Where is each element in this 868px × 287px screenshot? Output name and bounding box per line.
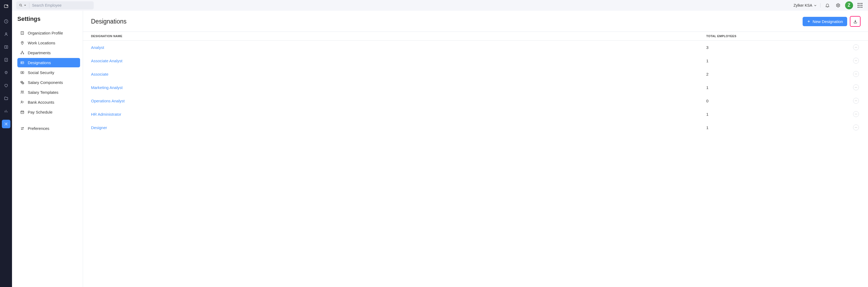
bell-icon <box>825 3 830 8</box>
header-settings-button[interactable] <box>834 2 842 9</box>
nav-rail <box>0 0 12 287</box>
new-designation-label: New Designation <box>813 19 843 24</box>
search-input[interactable] <box>29 3 91 8</box>
employee-count: 3 <box>698 40 845 54</box>
svg-point-13 <box>23 53 24 54</box>
designation-link[interactable]: Marketing Analyst <box>91 85 123 90</box>
settings-item-label: Work Locations <box>28 40 55 45</box>
nav-documents-icon[interactable] <box>2 94 10 103</box>
download-icon <box>853 19 858 24</box>
apps-menu-button[interactable] <box>856 2 864 9</box>
search-group <box>16 1 94 9</box>
settings-item-bank-accounts[interactable]: Bank Accounts <box>17 97 80 107</box>
settings-item-work-locations[interactable]: Work Locations <box>17 38 80 48</box>
svg-point-39 <box>856 101 856 101</box>
designation-link[interactable]: Associate Analyst <box>91 59 123 63</box>
pin-icon <box>20 40 25 45</box>
settings-item-social-security[interactable]: Social Security <box>17 68 80 77</box>
gear-icon <box>836 3 840 8</box>
settings-item-preferences[interactable]: Preferences <box>17 124 80 133</box>
table-row: Associate Analyst1 <box>83 54 868 67</box>
svg-point-18 <box>21 81 23 82</box>
coins-icon <box>20 80 25 85</box>
bank-icon <box>20 100 25 105</box>
nav-payruns-icon[interactable] <box>2 43 10 51</box>
svg-point-34 <box>857 74 857 74</box>
employee-count: 1 <box>698 108 845 121</box>
svg-rect-23 <box>21 111 24 114</box>
settings-item-salary-templates[interactable]: Salary Templates <box>17 88 80 97</box>
svg-point-28 <box>857 47 857 48</box>
row-actions-button[interactable] <box>853 124 859 131</box>
more-horizontal-icon <box>855 126 858 129</box>
new-designation-button[interactable]: New Designation <box>803 17 847 26</box>
nav-employees-icon[interactable] <box>2 30 10 38</box>
org-switcher[interactable]: Zylker KSA <box>794 3 820 7</box>
row-actions-button[interactable] <box>853 111 859 117</box>
settings-item-departments[interactable]: Departments <box>17 48 80 57</box>
designations-table: DESIGNATION NAME TOTAL EMPLOYEES Analyst… <box>83 31 868 134</box>
nav-loans-icon[interactable] <box>2 68 10 77</box>
settings-item-label: Departments <box>28 51 51 55</box>
nav-reports-icon[interactable] <box>2 107 10 115</box>
svg-point-32 <box>855 74 856 74</box>
svg-point-27 <box>856 47 856 48</box>
settings-item-label: Social Security <box>28 70 54 75</box>
row-actions-button[interactable] <box>853 84 859 90</box>
more-horizontal-icon <box>855 86 858 89</box>
svg-point-33 <box>856 74 856 74</box>
svg-point-40 <box>857 101 857 101</box>
designation-link[interactable]: Operations Analyst <box>91 98 125 103</box>
template-icon <box>20 90 25 94</box>
settings-item-pay-schedule[interactable]: Pay Schedule <box>17 108 80 117</box>
row-actions-button[interactable] <box>853 98 859 104</box>
table-row: Analyst3 <box>83 40 868 54</box>
svg-point-41 <box>855 114 856 114</box>
row-actions-button[interactable] <box>853 45 859 50</box>
svg-point-21 <box>23 91 24 92</box>
employee-count: 1 <box>698 81 845 94</box>
svg-point-45 <box>856 127 856 128</box>
more-horizontal-icon <box>855 73 858 76</box>
app-logo-icon[interactable] <box>2 2 10 11</box>
settings-item-designations[interactable]: Designations <box>17 58 80 67</box>
settings-item-label: Pay Schedule <box>28 110 53 114</box>
designation-link[interactable]: Designer <box>91 125 107 130</box>
more-horizontal-icon <box>855 59 858 62</box>
avatar[interactable]: Z <box>845 1 853 9</box>
employee-count: 0 <box>698 94 845 108</box>
search-scope-dropdown[interactable] <box>19 3 29 7</box>
orgtree-icon <box>20 51 25 55</box>
designation-link[interactable]: Analyst <box>91 45 104 50</box>
row-actions-button[interactable] <box>853 71 859 77</box>
search-icon <box>19 3 23 7</box>
nav-approvals-icon[interactable] <box>2 56 10 64</box>
svg-point-10 <box>22 42 23 43</box>
svg-point-17 <box>22 72 23 73</box>
svg-rect-9 <box>21 31 24 34</box>
settings-item-salary-components[interactable]: Salary Components <box>17 78 80 87</box>
employee-count: 1 <box>698 54 845 67</box>
svg-point-37 <box>857 87 857 88</box>
designation-link[interactable]: HR Administrator <box>91 112 121 116</box>
table-row: Associate2 <box>83 67 868 81</box>
nav-settings-icon[interactable] <box>2 120 10 128</box>
notifications-button[interactable] <box>824 2 831 9</box>
topbar: Zylker KSA Z <box>12 0 868 11</box>
nav-dashboard-icon[interactable] <box>2 17 10 26</box>
settings-item-organization-profile[interactable]: Organization Profile <box>17 28 80 38</box>
import-button[interactable] <box>850 16 861 27</box>
svg-point-26 <box>855 47 856 48</box>
svg-point-38 <box>855 101 856 101</box>
row-actions-button[interactable] <box>853 58 859 64</box>
settings-title: Settings <box>17 16 80 23</box>
designation-link[interactable]: Associate <box>91 72 108 77</box>
svg-rect-16 <box>21 71 24 74</box>
settings-item-label: Salary Templates <box>28 90 58 94</box>
idcard-icon <box>20 60 25 65</box>
more-horizontal-icon <box>855 99 858 102</box>
nav-benefits-icon[interactable] <box>2 81 10 90</box>
svg-point-7 <box>20 4 21 6</box>
org-name: Zylker KSA <box>794 3 812 7</box>
badge-icon <box>20 70 25 75</box>
